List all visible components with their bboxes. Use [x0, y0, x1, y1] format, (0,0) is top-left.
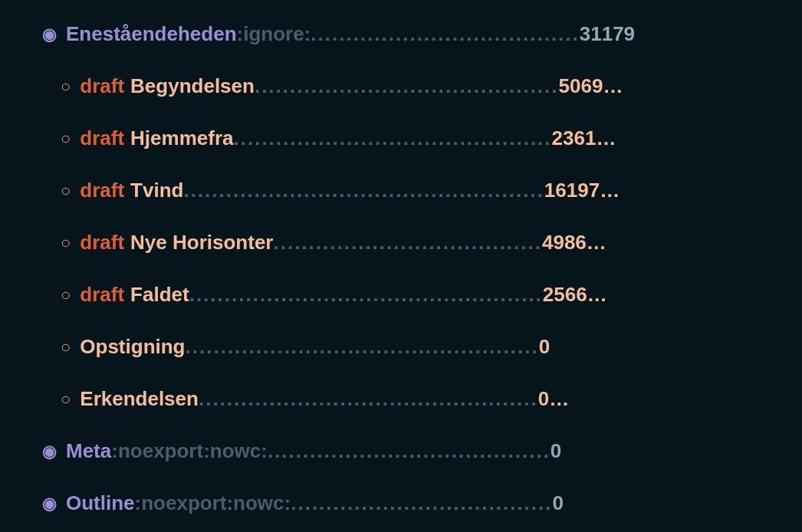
outline-item[interactable]: ◉Meta :noexport:nowc:...................…	[42, 425, 794, 477]
bullet-expanded-icon[interactable]: ◉	[42, 495, 57, 512]
outline-item[interactable]: ◉Eneståendeheden :ignore:...............…	[42, 8, 794, 60]
dot-leader: ........................................…	[233, 126, 551, 150]
bullet-expanded-icon[interactable]: ◉	[42, 443, 57, 460]
outline-item[interactable]: ○draft Hjemmefra........................…	[42, 112, 794, 164]
outline-item[interactable]: ○draft Nye Horisonter...................…	[42, 216, 794, 268]
bullet-collapsed-icon[interactable]: ○	[61, 130, 71, 147]
heading-tags: :noexport:nowc:	[135, 491, 291, 515]
heading-title: Faldet	[130, 283, 189, 307]
fold-ellipsis: …	[600, 179, 620, 202]
bullet-collapsed-icon[interactable]: ○	[61, 235, 71, 251]
outline-item[interactable]: ◉Outline :noexport:nowc:................…	[42, 477, 794, 529]
word-count: 0	[551, 439, 561, 463]
outline-item[interactable]: ○draft Begyndelsen......................…	[42, 60, 794, 112]
heading-title: Opstigning	[80, 335, 185, 359]
bullet-collapsed-icon[interactable]: ○	[61, 78, 71, 95]
dot-leader: ........................................…	[186, 335, 539, 359]
dot-leader: ........................................…	[255, 74, 559, 98]
heading-title: Meta	[66, 439, 111, 463]
outline-item[interactable]: ○draft Faldet...........................…	[42, 268, 794, 320]
heading-tags: :noexport:nowc:	[111, 439, 268, 463]
bullet-collapsed-icon[interactable]: ○	[61, 182, 71, 199]
dot-leader: ......................................	[273, 231, 542, 255]
todo-keyword: draft	[80, 283, 124, 307]
outline-tree: ◉Eneståendeheden :ignore:...............…	[0, 0, 802, 532]
dot-leader: ........................................…	[183, 179, 544, 202]
bullet-collapsed-icon[interactable]: ○	[61, 287, 71, 304]
dot-leader: .....................................	[291, 491, 552, 515]
dot-leader: ........................................…	[199, 387, 538, 411]
heading-title: Eneståendeheden	[66, 22, 237, 46]
todo-keyword: draft	[80, 126, 124, 150]
heading-title: Tvind	[130, 179, 183, 202]
outline-item[interactable]: ○Opstigning.............................…	[42, 320, 794, 373]
heading-title: Outline	[66, 491, 135, 515]
heading-title: Erkendelsen	[80, 387, 199, 411]
dot-leader: ......................................	[311, 22, 580, 46]
dot-leader: ........................................…	[189, 283, 543, 307]
outline-item[interactable]: ○draft Tvind............................…	[42, 164, 794, 216]
todo-keyword: draft	[80, 74, 124, 98]
word-count: 5069	[559, 74, 603, 98]
heading-title: Begyndelsen	[130, 74, 255, 98]
word-count: 4986	[542, 231, 587, 255]
todo-keyword: draft	[80, 179, 124, 202]
outline-item[interactable]: ○Erkendelsen............................…	[42, 373, 794, 425]
bullet-collapsed-icon[interactable]: ○	[61, 391, 71, 408]
word-count: 0	[538, 387, 549, 411]
heading-tags: :ignore:	[237, 22, 311, 46]
fold-ellipsis: …	[596, 126, 616, 150]
bullet-expanded-icon[interactable]: ◉	[42, 26, 57, 43]
fold-ellipsis: …	[549, 387, 569, 411]
fold-ellipsis: …	[603, 74, 623, 98]
bullet-collapsed-icon[interactable]: ○	[61, 339, 71, 356]
word-count: 31179	[580, 22, 635, 46]
word-count: 0	[553, 491, 564, 515]
fold-ellipsis: …	[587, 283, 607, 307]
todo-keyword: draft	[80, 231, 124, 255]
word-count: 0	[539, 335, 550, 359]
word-count: 16197	[544, 179, 600, 202]
dot-leader: ........................................	[268, 439, 551, 463]
word-count: 2566	[543, 283, 587, 307]
heading-title: Nye Horisonter	[130, 231, 273, 255]
heading-title: Hjemmefra	[130, 126, 233, 150]
word-count: 2361	[552, 126, 597, 150]
fold-ellipsis: …	[587, 231, 606, 255]
